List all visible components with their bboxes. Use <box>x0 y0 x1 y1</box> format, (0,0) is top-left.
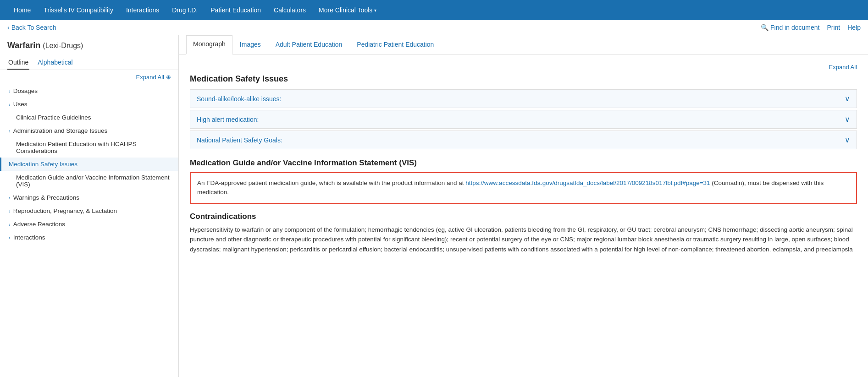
vis-content-box: An FDA-approved patient medication guide… <box>190 172 857 204</box>
nav-more-clinical-tools[interactable]: More Clinical Tools ▾ <box>312 1 383 19</box>
vis-link[interactable]: https://www.accessdata.fda.gov/drugsatfd… <box>465 180 710 186</box>
tab-monograph[interactable]: Monograph <box>186 35 232 54</box>
accordion-header-high-alert[interactable]: High alert medication: ∨ <box>190 110 857 128</box>
chevron-left-icon: ‹ <box>7 24 10 31</box>
content-area: Monograph Images Adult Patient Education… <box>179 35 868 377</box>
nav-interactions[interactable]: Interactions <box>120 1 166 19</box>
vis-section: Medication Guide and/or Vaccine Informat… <box>190 158 857 204</box>
sidebar-item-adverse[interactable]: › Adverse Reactions <box>0 218 178 231</box>
nav-patient-education[interactable]: Patient Education <box>204 1 267 19</box>
contraindications-text: Hypersensitivity to warfarin or any comp… <box>190 225 857 255</box>
chevron-down-icon: ∨ <box>845 94 850 103</box>
sidebar-item-dosages[interactable]: › Dosages <box>0 84 178 98</box>
section-expand-all-button[interactable]: Expand All <box>829 64 857 71</box>
chevron-down-icon: ∨ <box>845 136 850 144</box>
content-tabs: Monograph Images Adult Patient Education… <box>179 35 868 54</box>
sidebar-item-reproduction[interactable]: › Reproduction, Pregnancy, & Lactation <box>0 204 178 218</box>
sidebar-item-med-safety[interactable]: Medication Safety Issues <box>0 158 178 171</box>
section-title-med-safety: Medication Safety Issues <box>190 74 857 84</box>
find-in-document-link[interactable]: 🔍 Find in document <box>761 24 819 31</box>
accordion-sound-alike: Sound-alike/look-alike issues: ∨ <box>190 89 857 108</box>
top-navigation: Home Trissel's IV Compatibility Interact… <box>0 0 868 20</box>
expand-arrow-icon: › <box>9 102 11 107</box>
sidebar-item-interactions[interactable]: › Interactions <box>0 231 178 244</box>
contraindications-title: Contraindications <box>190 212 857 221</box>
sidebar-item-warnings[interactable]: › Warnings & Precautions <box>0 191 178 204</box>
nav-calculators[interactable]: Calculators <box>267 1 312 19</box>
sidebar: Warfarin (Lexi-Drugs) Outline Alphabetic… <box>0 35 179 377</box>
back-to-search-link[interactable]: ‹ Back To Search <box>7 24 56 31</box>
sidebar-item-clinical-practice[interactable]: Clinical Practice Guidelines <box>0 111 178 124</box>
sub-header-actions: 🔍 Find in document Print Help <box>761 24 861 31</box>
sidebar-item-admin-storage[interactable]: › Administration and Storage Issues <box>0 124 178 137</box>
expand-arrow-icon: › <box>9 222 11 227</box>
search-icon: 🔍 <box>761 24 768 31</box>
expand-arrow-icon: › <box>9 235 11 240</box>
expand-arrow-icon: › <box>9 128 11 134</box>
sidebar-expand-all-area: Expand All ⊕ <box>0 70 178 84</box>
tab-outline[interactable]: Outline <box>7 56 29 70</box>
nav-trissels[interactable]: Trissel's IV Compatibility <box>37 1 120 19</box>
expand-arrow-icon: › <box>9 208 11 214</box>
tab-adult-patient-edu[interactable]: Adult Patient Education <box>268 35 350 54</box>
print-link[interactable]: Print <box>827 24 840 31</box>
sidebar-tabs: Outline Alphabetical <box>0 52 178 70</box>
content-body: Expand All Medication Safety Issues Soun… <box>179 54 868 263</box>
section-expand-all-area: Expand All <box>190 64 857 71</box>
help-link[interactable]: Help <box>847 24 861 31</box>
expand-all-button[interactable]: Expand All ⊕ <box>136 74 171 81</box>
sidebar-item-uses[interactable]: › Uses <box>0 98 178 111</box>
drug-title: Warfarin (Lexi-Drugs) <box>0 35 178 52</box>
accordion-header-national-safety[interactable]: National Patient Safety Goals: ∨ <box>190 131 857 149</box>
accordion-high-alert: High alert medication: ∨ <box>190 110 857 129</box>
expand-all-icon: ⊕ <box>166 74 171 81</box>
accordion-national-safety: National Patient Safety Goals: ∨ <box>190 131 857 149</box>
sidebar-item-med-patient-edu[interactable]: Medication Patient Education with HCAHPS… <box>0 137 178 158</box>
nav-drug-id[interactable]: Drug I.D. <box>166 1 204 19</box>
expand-arrow-icon: › <box>9 195 11 201</box>
vis-title: Medication Guide and/or Vaccine Informat… <box>190 158 857 168</box>
tab-pediatric-patient-edu[interactable]: Pediatric Patient Education <box>349 35 441 54</box>
chevron-down-icon: ∨ <box>845 115 850 124</box>
dropdown-arrow-icon: ▾ <box>374 8 376 13</box>
contraindications-section: Contraindications Hypersensitivity to wa… <box>190 212 857 255</box>
sidebar-item-med-guide-vis[interactable]: Medication Guide and/or Vaccine Informat… <box>0 171 178 191</box>
tab-alphabetical[interactable]: Alphabetical <box>37 56 73 70</box>
accordion-header-sound-alike[interactable]: Sound-alike/look-alike issues: ∨ <box>190 90 857 108</box>
expand-arrow-icon: › <box>9 88 11 94</box>
nav-home[interactable]: Home <box>7 1 37 19</box>
tab-images[interactable]: Images <box>232 35 268 54</box>
sub-header: ‹ Back To Search 🔍 Find in document Prin… <box>0 20 868 35</box>
main-layout: Warfarin (Lexi-Drugs) Outline Alphabetic… <box>0 35 868 377</box>
